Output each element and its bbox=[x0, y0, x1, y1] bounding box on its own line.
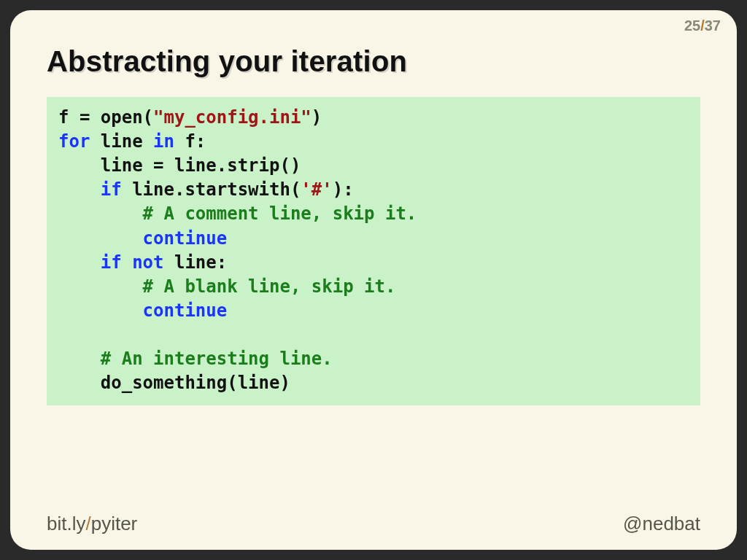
code-string: "my_config.ini" bbox=[153, 107, 311, 128]
page-current: 25 bbox=[684, 18, 700, 34]
code-comment: # An interesting line. bbox=[58, 349, 333, 369]
code-keyword: in bbox=[153, 131, 174, 152]
page-number: 25/37 bbox=[684, 18, 721, 34]
code-indent bbox=[58, 179, 101, 200]
code-text: line bbox=[90, 131, 153, 152]
stage: 25/37 Abstracting your iteration f = ope… bbox=[0, 0, 747, 560]
code-block: f = open("my_config.ini") for line in f:… bbox=[47, 97, 700, 405]
footer-url-sep: / bbox=[85, 513, 90, 534]
footer-url-path: pyiter bbox=[91, 513, 138, 534]
code-indent bbox=[58, 300, 143, 321]
footer-url: bit.ly/pyiter bbox=[47, 513, 137, 535]
code-text: line: bbox=[164, 252, 228, 273]
code-keyword: continue bbox=[143, 300, 228, 321]
code-keyword: continue bbox=[143, 228, 228, 249]
code-text: line = line.strip() bbox=[58, 155, 301, 176]
slide: 25/37 Abstracting your iteration f = ope… bbox=[10, 10, 737, 550]
slide-title: Abstracting your iteration bbox=[47, 45, 700, 78]
footer-handle: @nedbat bbox=[623, 513, 700, 535]
code-text: f = open( bbox=[58, 107, 153, 128]
code-text: ) bbox=[311, 107, 322, 128]
code-keyword: if bbox=[101, 179, 122, 200]
code-text: do_something(line) bbox=[58, 373, 290, 393]
slide-footer: bit.ly/pyiter @nedbat bbox=[47, 513, 700, 535]
code-comment: # A blank line, skip it. bbox=[58, 276, 395, 297]
code-keyword: not bbox=[132, 252, 163, 273]
code-indent bbox=[58, 252, 101, 273]
footer-url-host: bit.ly bbox=[47, 513, 85, 534]
code-keyword: for bbox=[58, 131, 90, 152]
page-total: 37 bbox=[705, 18, 721, 34]
code-text: ): bbox=[333, 179, 354, 200]
code-text: f: bbox=[174, 131, 206, 152]
code-text bbox=[122, 252, 132, 273]
code-comment: # A comment line, skip it. bbox=[58, 203, 417, 224]
code-indent bbox=[58, 228, 143, 249]
code-keyword: if bbox=[101, 252, 122, 273]
code-text: line.startswith( bbox=[122, 179, 301, 200]
code-string: '#' bbox=[301, 179, 332, 200]
